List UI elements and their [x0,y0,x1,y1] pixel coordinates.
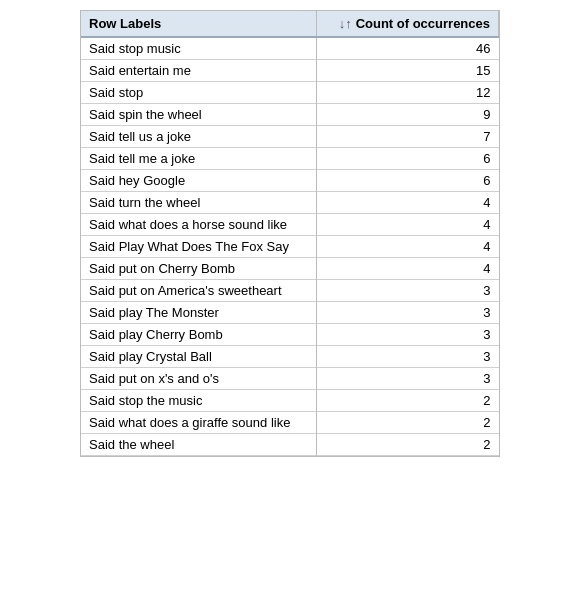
table-row: Said put on America's sweetheart3 [81,280,499,302]
row-label: Said play The Monster [81,302,317,324]
row-count: 7 [317,126,499,148]
table-row: Said the wheel2 [81,434,499,456]
row-count: 4 [317,192,499,214]
row-label: Said what does a giraffe sound like [81,412,317,434]
table-row: Said what does a giraffe sound like2 [81,412,499,434]
row-label: Said play Crystal Ball [81,346,317,368]
table-row: Said stop the music2 [81,390,499,412]
row-label: Said turn the wheel [81,192,317,214]
table-row: Said put on x's and o's3 [81,368,499,390]
row-count: 15 [317,60,499,82]
row-label: Said tell us a joke [81,126,317,148]
row-label: Said spin the wheel [81,104,317,126]
row-label: Said tell me a joke [81,148,317,170]
row-label: Said stop the music [81,390,317,412]
table-row: Said turn the wheel4 [81,192,499,214]
row-count: 3 [317,324,499,346]
pivot-table: Row Labels ↓↑Count of occurrences Said s… [80,10,500,457]
row-count: 4 [317,214,499,236]
row-label: Said stop [81,82,317,104]
table-header-row: Row Labels ↓↑Count of occurrences [81,11,499,37]
row-count: 3 [317,346,499,368]
table-row: Said Play What Does The Fox Say4 [81,236,499,258]
table-row: Said entertain me15 [81,60,499,82]
sort-icon[interactable]: ↓↑ [339,16,352,31]
table-row: Said stop music46 [81,37,499,60]
table-row: Said play The Monster3 [81,302,499,324]
row-label: Said the wheel [81,434,317,456]
row-count: 46 [317,37,499,60]
count-header[interactable]: ↓↑Count of occurrences [317,11,499,37]
row-count: 12 [317,82,499,104]
row-count: 2 [317,434,499,456]
table-row: Said stop12 [81,82,499,104]
row-label: Said put on Cherry Bomb [81,258,317,280]
row-count: 2 [317,412,499,434]
row-label: Said play Cherry Bomb [81,324,317,346]
row-count: 9 [317,104,499,126]
row-labels-header: Row Labels [81,11,317,37]
table-row: Said put on Cherry Bomb4 [81,258,499,280]
table-row: Said hey Google6 [81,170,499,192]
row-count: 3 [317,280,499,302]
table-row: Said tell me a joke6 [81,148,499,170]
row-count: 4 [317,258,499,280]
row-count: 6 [317,148,499,170]
row-count: 6 [317,170,499,192]
row-label: Said hey Google [81,170,317,192]
row-label: Said entertain me [81,60,317,82]
table-row: Said tell us a joke7 [81,126,499,148]
table-row: Said what does a horse sound like4 [81,214,499,236]
row-count: 3 [317,368,499,390]
row-count: 3 [317,302,499,324]
row-label: Said put on x's and o's [81,368,317,390]
row-count: 4 [317,236,499,258]
row-label: Said stop music [81,37,317,60]
row-label: Said what does a horse sound like [81,214,317,236]
table-row: Said play Cherry Bomb3 [81,324,499,346]
table-row: Said spin the wheel9 [81,104,499,126]
row-label: Said put on America's sweetheart [81,280,317,302]
row-label: Said Play What Does The Fox Say [81,236,317,258]
table-row: Said play Crystal Ball3 [81,346,499,368]
row-count: 2 [317,390,499,412]
